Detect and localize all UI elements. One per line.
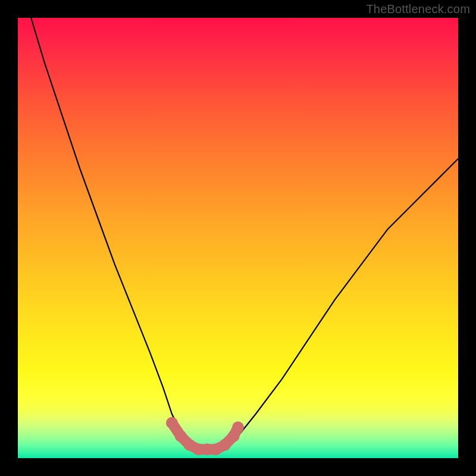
highlight-dot: [232, 421, 244, 433]
highlight-dot: [175, 430, 187, 442]
plot-area: [18, 18, 458, 458]
curve-overlay: [18, 18, 458, 458]
highlight-dots: [166, 417, 244, 455]
bottleneck-curve-path: [31, 18, 458, 454]
highlight-dot: [219, 439, 231, 451]
highlight-dot: [166, 417, 178, 429]
watermark-label: TheBottleneck.com: [366, 2, 470, 16]
